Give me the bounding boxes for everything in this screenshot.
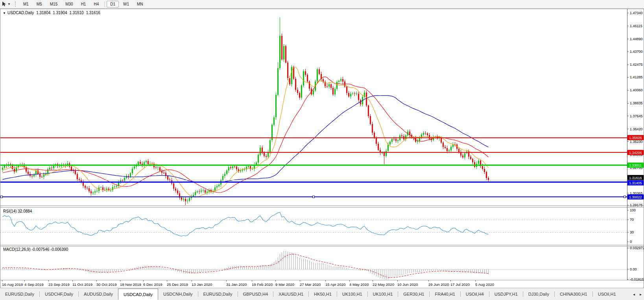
hline-handle [313, 196, 315, 198]
dropdown-caret-icon: ▼ [7, 2, 11, 6]
macd-indicator-label: MACD(12,26,9) -0.007546 -0.006390 [3, 247, 68, 252]
timeframe-button-m1[interactable]: M1 [20, 1, 32, 7]
svg-text:29 Jun 2020: 29 Jun 2020 [428, 282, 449, 287]
svg-text:1.30022: 1.30022 [629, 195, 642, 199]
panel-separators[interactable] [0, 9, 644, 288]
svg-text:4 Sep 2019: 4 Sep 2019 [24, 282, 44, 287]
chart-tab-bar: EURUSD,DailyUSDCHF,DailyAUDUSD,DailyUSDC… [0, 288, 644, 300]
svg-text:1.33011: 1.33011 [629, 163, 642, 167]
svg-text:1.36420: 1.36420 [630, 127, 643, 131]
toolbar-separator [104, 2, 105, 7]
timeframe-toolbar: ▼ M1M5M15M30H1H4D1W1MN [0, 0, 644, 9]
tab-xauusd-h1[interactable]: XAUUSD,H1 [273, 288, 308, 300]
title-close: 1.31616 [86, 11, 100, 15]
svg-text:1.35606: 1.35606 [629, 136, 642, 140]
timeframe-button-mn[interactable]: MN [133, 1, 147, 7]
svg-text:1.37645: 1.37645 [630, 114, 643, 118]
tab-scroll-left[interactable]: ◂ [631, 292, 637, 296]
timeframe-button-m5[interactable]: M5 [33, 1, 46, 7]
chart-cursor-icon [2, 2, 6, 7]
tab-gbpusd-h4[interactable]: GBPUSD,H4 [238, 288, 273, 300]
svg-text:22 May 2020: 22 May 2020 [373, 282, 394, 287]
mt4-application: ▼ M1M5M15M30H1H4D1W1MN 1.473401.461151.4… [0, 0, 644, 300]
title-symbol: USDCAD,Daily [7, 11, 34, 15]
svg-text:9 Mar 2020: 9 Mar 2020 [275, 282, 294, 287]
tab-ger30-h1[interactable]: GER30,H1 [398, 288, 429, 300]
svg-text:0.032972: 0.032972 [630, 246, 644, 250]
chart-window: 1.473401.461151.448901.437001.424751.412… [0, 8, 644, 288]
tab-eurusd-daily[interactable]: EURUSD,Daily [198, 288, 238, 300]
candles-layer [2, 17, 489, 205]
rsi-indicator-label: RSI(14) 32.0884 [3, 209, 32, 213]
svg-text:1.46115: 1.46115 [630, 24, 642, 28]
toolbar-drag-handle[interactable] [15, 2, 17, 7]
svg-text:13 Jan 2020: 13 Jan 2020 [192, 282, 212, 287]
svg-text:1.34206: 1.34206 [629, 151, 642, 155]
tab-usdjpy-h1[interactable]: USDJPY,H1 [489, 288, 523, 300]
tab-eurusd-daily[interactable]: EURUSD,Daily [0, 288, 39, 300]
date-axis[interactable]: 16 Aug 20194 Sep 201923 Sep 201911 Oct 2… [2, 280, 494, 287]
svg-text:1.41285: 1.41285 [630, 75, 643, 79]
svg-text:6 Dec 2019: 6 Dec 2019 [143, 282, 162, 287]
price-hlines[interactable] [0, 138, 627, 198]
title-high: 1.31904 [53, 11, 67, 15]
tab-fra40-h1[interactable]: FRA40,H1 [430, 288, 460, 300]
svg-text:0.00: 0.00 [630, 267, 637, 271]
svg-text:15 Apr 2020: 15 Apr 2020 [325, 282, 345, 287]
title-low: 1.31510 [69, 11, 83, 15]
timeframe-button-h1[interactable]: H1 [78, 1, 90, 7]
timeframe-button-h4[interactable]: H4 [90, 1, 102, 7]
macd-panel: 0.0329720.00-0.018154 [0, 246, 644, 281]
svg-text:27 Mar 2020: 27 Mar 2020 [300, 282, 321, 287]
tab-scroll-right[interactable]: ▸ [637, 292, 644, 296]
svg-text:1.44890: 1.44890 [630, 37, 643, 41]
timeframe-buttons: M1M5M15M30H1H4D1W1MN [19, 1, 147, 7]
tab-usdchf-daily[interactable]: USDCHF,Daily [40, 288, 78, 300]
tab-usoil-h4[interactable]: USOil,H4 [461, 288, 489, 300]
svg-text:19 Feb 2020: 19 Feb 2020 [252, 282, 273, 287]
tab-usdcnh-daily[interactable]: USDCNH,Daily [158, 288, 198, 300]
tab-uk100-h1[interactable]: UK100,H1 [368, 288, 398, 300]
tab-usoil-h1[interactable]: USOil,H1 [593, 288, 621, 300]
svg-text:1.31616: 1.31616 [629, 176, 642, 180]
tab-dj30-daily[interactable]: DJ30,Daily [523, 288, 554, 300]
svg-text:-0.018154: -0.018154 [630, 278, 644, 281]
svg-text:31 Jan 2020: 31 Jan 2020 [226, 282, 247, 287]
rsi-panel: 10070300 [0, 208, 636, 244]
tab-uk100-h1[interactable]: UK100,H1 [337, 288, 367, 300]
svg-text:11 Oct 2019: 11 Oct 2019 [72, 282, 92, 287]
title-collapse-icon[interactable]: ▼ [3, 11, 6, 15]
svg-text:17 Jul 2020: 17 Jul 2020 [450, 282, 470, 287]
svg-text:1.38835: 1.38835 [630, 101, 643, 105]
svg-text:1.29175: 1.29175 [630, 203, 643, 207]
hline-handle [1, 196, 3, 198]
cursor-tool-button[interactable]: ▼ [0, 2, 13, 7]
svg-text:23 Sep 2019: 23 Sep 2019 [48, 282, 70, 287]
hline-handle [624, 196, 626, 198]
svg-text:70: 70 [630, 218, 634, 222]
svg-text:0: 0 [630, 240, 632, 244]
svg-text:4 May 2020: 4 May 2020 [349, 282, 369, 287]
chart-canvas[interactable]: 1.473401.461151.448901.437001.424751.412… [0, 8, 644, 288]
tab-hk50-h1[interactable]: HK50,H1 [309, 288, 337, 300]
timeframe-button-m30[interactable]: M30 [62, 1, 76, 7]
timeframe-button-w1[interactable]: W1 [120, 1, 133, 7]
svg-text:1.42475: 1.42475 [630, 63, 643, 67]
tab-audusd-daily[interactable]: AUDUSD,Daily [79, 288, 118, 300]
svg-text:25 Dec 2019: 25 Dec 2019 [167, 282, 188, 287]
tab-china300-h1[interactable]: CHINA300,H1 [555, 288, 592, 300]
ma-lines [3, 67, 489, 197]
tab-usdcad-daily[interactable]: USDCAD,Daily [118, 289, 158, 300]
svg-text:1.35230: 1.35230 [630, 140, 643, 144]
svg-text:1.43700: 1.43700 [630, 50, 643, 54]
svg-text:16 Aug 2019: 16 Aug 2019 [2, 282, 23, 287]
svg-text:30 Oct 2019: 30 Oct 2019 [96, 282, 117, 287]
timeframe-button-m15[interactable]: M15 [46, 1, 61, 7]
svg-text:30: 30 [630, 230, 634, 234]
svg-text:100: 100 [630, 208, 636, 212]
tab-scroll-buttons: ◂▸ [631, 288, 644, 300]
svg-text:5 Aug 2020: 5 Aug 2020 [475, 282, 494, 287]
price-axis[interactable]: 1.473401.461151.448901.437001.424751.412… [627, 9, 644, 280]
timeframe-button-d1[interactable]: D1 [107, 1, 119, 7]
chart-title: ▼USDCAD,Daily1.318041.319041.315101.3161… [3, 11, 103, 15]
